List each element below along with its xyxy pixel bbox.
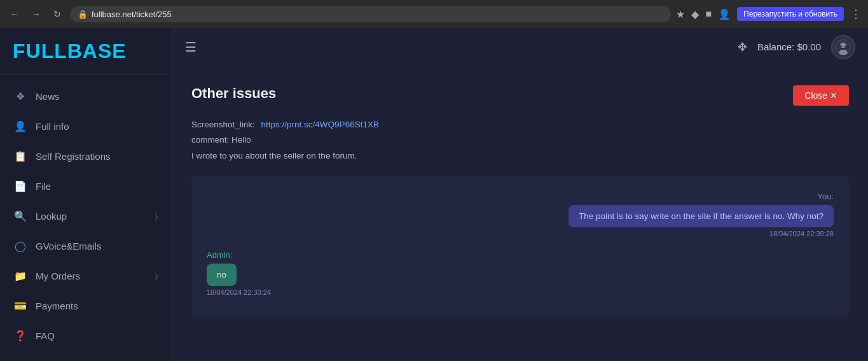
content-area: Other issues Close ✕ Screenshot_link: ht… <box>172 66 868 361</box>
sidebar-label-gvoice-emails: GVoice&Emails <box>36 241 101 251</box>
close-button[interactable]: Close ✕ <box>793 85 849 106</box>
reload-button[interactable]: ↻ <box>50 6 65 22</box>
browser-menu-icon[interactable]: ⋮ <box>850 7 862 21</box>
logo: FULLBASE <box>0 28 172 75</box>
you-message-bubble: The point is to say write on the site if… <box>568 205 834 227</box>
adjust-icon[interactable]: ✥ <box>738 40 747 54</box>
sidebar-label-my-orders: My Orders <box>36 271 80 281</box>
admin-timestamp: 18/04/2024 22:33:24 <box>207 288 271 296</box>
self-reg-icon: 📋 <box>14 150 27 162</box>
chevron-right-icon-orders: 〉 <box>155 272 158 281</box>
sidebar-item-gvoice-emails[interactable]: ◯ GVoice&Emails <box>0 231 172 261</box>
payments-icon: 💳 <box>14 300 27 312</box>
sidebar-label-file: File <box>36 181 51 192</box>
admin-label: Admin: <box>207 250 232 260</box>
sidebar-label-full-info: Full info <box>36 121 69 132</box>
orders-icon: 📁 <box>14 270 27 282</box>
sidebar-label-news: News <box>36 91 60 102</box>
profile-icon[interactable]: 👤 <box>718 8 731 20</box>
sidebar-item-full-info[interactable]: 👤 Full info <box>0 111 172 141</box>
header: ☰ ✥ Balance: $0.00 <box>172 28 868 66</box>
you-timestamp: 18/04/2024 22:39:28 <box>769 230 834 237</box>
svg-point-3 <box>841 45 842 46</box>
sidebar-item-self-registrations[interactable]: 📋 Self Registrations <box>0 141 172 171</box>
ticket-title: Other issues <box>191 85 276 102</box>
you-label: You: <box>817 192 834 201</box>
full-info-icon: 👤 <box>14 120 27 132</box>
url-bar[interactable]: 🔒 fullbase.net/ticket/255 <box>70 6 671 22</box>
sidebar-nav: ❖ News 👤 Full info 📋 Self Registrations … <box>0 75 172 361</box>
back-button[interactable]: ← <box>6 6 23 22</box>
sidebar-label-self-registrations: Self Registrations <box>36 151 111 162</box>
screenshot-label: Screenshot_link: <box>191 120 255 129</box>
sidebar-item-file[interactable]: 📄 File <box>0 171 172 201</box>
svg-point-1 <box>841 42 846 48</box>
extension-icon[interactable]: ◆ <box>691 8 699 20</box>
restart-button[interactable]: Перезапустить и обновить <box>737 7 844 21</box>
balance-display: Balance: $0.00 <box>757 41 821 52</box>
browser-actions: ★ ◆ ■ 👤 Перезапустить и обновить ⋮ <box>676 7 862 21</box>
chat-area: You: The point is to say write on the si… <box>191 176 849 316</box>
forum-line: I wrote to you about the seller on the f… <box>191 148 849 164</box>
file-icon: 📄 <box>14 180 27 192</box>
faq-icon: ❓ <box>14 330 27 342</box>
main-area: ☰ ✥ Balance: $0.00 <box>172 28 868 361</box>
forward-button[interactable]: → <box>28 6 45 22</box>
logo-text: FULLBASE <box>13 39 127 62</box>
avatar[interactable] <box>831 35 855 59</box>
sidebar-item-news[interactable]: ❖ News <box>0 81 172 111</box>
sidebar: FULLBASE ❖ News 👤 Full info 📋 Self Regis… <box>0 28 172 361</box>
bookmark-icon[interactable]: ★ <box>676 8 685 20</box>
sidebar-item-lookup[interactable]: 🔍 Lookup 〉 <box>0 201 172 231</box>
sidebar-label-lookup: Lookup <box>36 211 67 222</box>
header-right: ✥ Balance: $0.00 <box>738 35 855 59</box>
chat-admin-section: Admin: no 18/04/2024 22:33:24 <box>207 250 834 296</box>
url-text: fullbase.net/ticket/255 <box>92 10 172 19</box>
sidebar-item-faq[interactable]: ❓ FAQ <box>0 321 172 351</box>
screenshot-url[interactable]: https://prnt.sc/4WQ9P66St1XB <box>261 120 379 129</box>
browser-bar: ← → ↻ 🔒 fullbase.net/ticket/255 ★ ◆ ■ 👤 … <box>0 0 868 28</box>
ticket-meta: Screenshot_link: https://prnt.sc/4WQ9P66… <box>191 117 849 164</box>
sidebar-label-faq: FAQ <box>36 330 55 341</box>
comment-line: comment: Hello <box>191 132 849 148</box>
sidebar-item-my-orders[interactable]: 📁 My Orders 〉 <box>0 261 172 291</box>
chat-you-section: You: The point is to say write on the si… <box>207 192 834 237</box>
sidebar-item-payments[interactable]: 💳 Payments <box>0 291 172 321</box>
svg-point-4 <box>844 45 846 46</box>
ticket-header: Other issues Close ✕ <box>191 85 849 106</box>
admin-message-bubble: no <box>207 264 237 286</box>
screenshot-line: Screenshot_link: https://prnt.sc/4WQ9P66… <box>191 117 849 132</box>
extensions-icon[interactable]: ■ <box>705 8 712 20</box>
lookup-icon: 🔍 <box>14 210 27 222</box>
news-icon: ❖ <box>14 90 27 103</box>
chevron-right-icon: 〉 <box>155 212 158 221</box>
security-icon: 🔒 <box>78 10 88 19</box>
hamburger-icon[interactable]: ☰ <box>185 39 196 55</box>
sidebar-label-payments: Payments <box>36 301 78 311</box>
gvoice-icon: ◯ <box>14 240 27 252</box>
app-layout: FULLBASE ❖ News 👤 Full info 📋 Self Regis… <box>0 28 868 361</box>
